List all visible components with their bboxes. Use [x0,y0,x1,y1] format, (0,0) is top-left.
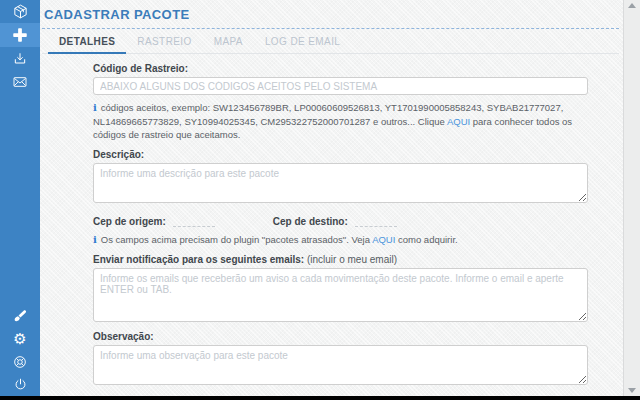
page-title: CADASTRAR PACOTE [44,7,619,22]
emails-textarea[interactable] [93,268,588,322]
cep-plugin-info: iOs campos acima precisam do plugin "pac… [93,233,588,247]
sidebar-item-packages[interactable] [0,0,40,23]
bottom-strip [0,396,640,400]
emails-label-note: (incluir o meu email) [304,254,397,265]
emails-label-text: Enviar notificação para os seguintes ema… [93,254,304,265]
gear-icon: ⚙ [13,331,26,346]
sidebar-item-settings[interactable]: ⚙ [0,327,40,350]
scroll-down-icon[interactable] [628,388,636,393]
tab-rastreio[interactable]: RASTREIO [126,29,202,53]
tab-mapa[interactable]: MAPA [203,29,254,53]
tab-detalhes[interactable]: DETALHES [48,29,126,54]
cep-plugin-link[interactable]: AQUI [372,234,395,245]
sidebar-item-help[interactable] [0,350,40,373]
info-icon: i [93,233,97,247]
tracking-code-input[interactable] [93,77,588,95]
cep-destination-label: Cep de destino: [273,216,348,227]
emails-label: Enviar notificação para os seguintes ema… [93,254,588,265]
page-header: CADASTRAR PACOTE [42,0,619,29]
brush-icon [12,308,28,324]
cep-plugin-info-suffix: como adquirir. [395,234,457,245]
tab-log-de-email[interactable]: LOG DE EMAIL [254,29,351,53]
sidebar-item-add-package[interactable] [0,23,40,47]
power-icon [13,377,28,392]
envelope-icon [12,75,28,89]
cep-plugin-info-text: Os campos acima precisam do plugin "paco… [101,234,372,245]
observation-label: Observação: [93,331,588,342]
cep-origin-label: Cep de origem: [93,216,166,227]
cep-row: Cep de origem: Cep de destino: [93,214,588,227]
package-icon [12,3,29,20]
cep-destination-group: Cep de destino: [273,214,397,227]
scrollbar[interactable] [623,0,640,396]
sidebar-item-logout[interactable] [0,373,40,396]
cep-origin-input[interactable] [173,214,215,227]
scroll-up-icon[interactable] [628,3,636,8]
description-textarea[interactable] [93,163,588,203]
life-ring-icon [12,354,28,370]
tracking-codes-info: icódigos aceitos, exemplo: SW123456789BR… [93,101,588,142]
app-window: ⚙ CADASTRAR PACOTE [0,0,640,396]
main-content: CADASTRAR PACOTE DETALHES RASTREIO MAPA … [40,0,623,396]
sidebar-item-theme[interactable] [0,304,40,327]
plus-icon [11,26,29,44]
cep-destination-input[interactable] [355,214,397,227]
cep-origin-group: Cep de origem: [93,214,215,227]
tracking-codes-link[interactable]: AQUI [447,116,470,127]
package-form: Código de Rastreio: icódigos aceitos, ex… [40,54,623,400]
tracking-code-label: Código de Rastreio: [93,63,588,74]
sidebar-item-import[interactable] [0,47,40,70]
sidebar-spacer [0,93,40,304]
download-icon [12,51,28,67]
description-label: Descrição: [93,149,588,160]
info-icon: i [93,101,97,115]
sidebar-item-email[interactable] [0,70,40,93]
observation-textarea[interactable] [93,345,588,385]
tab-bar: DETALHES RASTREIO MAPA LOG DE EMAIL [42,29,619,54]
sidebar: ⚙ [0,0,40,396]
